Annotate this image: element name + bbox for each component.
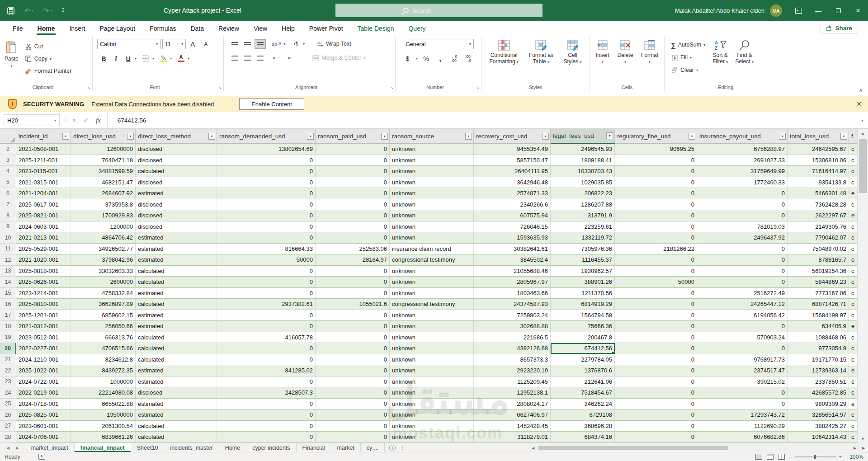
- cell-total_loss_usd-row19[interactable]: 1088468.06: [788, 332, 849, 343]
- comma-style-icon[interactable]: ,: [434, 54, 446, 63]
- cell-insurance_payout_usd-row9[interactable]: 781019.03: [697, 221, 788, 232]
- cell-ransom_paid_usd-row23[interactable]: 0: [316, 376, 390, 387]
- cell-ransom_paid_usd-row25[interactable]: 0: [316, 399, 390, 409]
- cell-insurance_payout_usd-row22[interactable]: 2374517.47: [697, 365, 788, 376]
- sheet-tab-cy[interactable]: cy ...: [361, 443, 385, 452]
- tab-formulas[interactable]: Formulas: [144, 23, 181, 34]
- cell-incident_id-row21[interactable]: 2024-1210-001: [16, 354, 71, 365]
- cell-regulatory_fine_usd-row26[interactable]: 0: [615, 409, 697, 420]
- cell-direct_loss_usd-row16[interactable]: 36626897.89: [71, 299, 136, 310]
- cell-ransom_paid_usd-row10[interactable]: 0: [316, 232, 390, 243]
- number-dialog-launcher[interactable]: ↘: [476, 85, 479, 90]
- filter-button[interactable]: ▾: [840, 133, 847, 140]
- cell-legal_fees_usd-row19[interactable]: 200467.8: [551, 332, 615, 343]
- cell-legal_fees_usd-row9[interactable]: 223259.61: [551, 221, 615, 232]
- cell-direct_loss_method-row22[interactable]: estimated: [136, 365, 217, 376]
- row-header-22[interactable]: 22: [0, 365, 16, 376]
- search-input[interactable]: [412, 7, 521, 14]
- cell-incident_id-row25[interactable]: 2024-0718-001: [16, 399, 71, 409]
- copy-button[interactable]: Copy▾: [25, 54, 72, 64]
- cell-direct_loss_method-row19[interactable]: calculated: [136, 332, 217, 343]
- cell-ransom_paid_usd-row9[interactable]: 0: [316, 221, 390, 232]
- cell-ransom_demanded_usd-row8[interactable]: 0: [217, 210, 316, 221]
- align-center-icon[interactable]: [242, 53, 253, 63]
- italic-button[interactable]: I: [110, 54, 122, 63]
- cell-ransom_source-row13[interactable]: unknown: [390, 266, 474, 277]
- cell-direct_loss_method-row23[interactable]: estimated: [136, 376, 217, 387]
- cell-ransom_paid_usd-row8[interactable]: 0: [316, 210, 390, 221]
- scroll-up-icon[interactable]: ▲: [858, 129, 868, 137]
- cell-direct_loss_usd-row19[interactable]: 666313.76: [71, 332, 136, 343]
- cell-clipped_col-row21[interactable]: c: [849, 354, 857, 365]
- row-header-18[interactable]: 18: [0, 321, 16, 332]
- sheet-tab-home[interactable]: Home: [219, 443, 246, 452]
- cell-direct_loss_usd-row9[interactable]: 1200000: [71, 221, 136, 232]
- cell-total_loss_usd-row6[interactable]: 5466301.48: [788, 188, 849, 199]
- cell-total_loss_usd-row18[interactable]: 634405.9: [788, 321, 849, 332]
- cell-insurance_payout_usd-row3[interactable]: 2691027.33: [697, 155, 788, 166]
- cell-ransom_paid_usd-row11[interactable]: 252583.06: [316, 244, 390, 254]
- underline-button[interactable]: U: [123, 54, 134, 63]
- cell-clipped_col-row24[interactable]: c: [849, 387, 857, 398]
- clear-button[interactable]: Clear▾: [671, 65, 705, 75]
- cell-incident_id-row8[interactable]: 2025-0821-001: [16, 210, 71, 221]
- row-header-24[interactable]: 24: [0, 387, 16, 399]
- cell-clipped_col-row4[interactable]: c: [849, 166, 857, 177]
- row-header-7[interactable]: 7: [0, 199, 16, 211]
- cell-incident_id-row12[interactable]: 2021-1020-001: [16, 254, 71, 265]
- row-header-10[interactable]: 10: [0, 232, 16, 244]
- cell-ransom_paid_usd-row5[interactable]: 0: [316, 177, 390, 188]
- cell-direct_loss_method-row6[interactable]: estimated: [136, 188, 217, 199]
- cell-regulatory_fine_usd-row13[interactable]: 0: [615, 266, 697, 277]
- cell-insurance_payout_usd-row8[interactable]: 0: [697, 210, 788, 221]
- font-color-icon[interactable]: A: [175, 54, 187, 63]
- redo-icon[interactable]: ↷▾: [43, 7, 52, 15]
- cancel-icon[interactable]: ×: [72, 117, 76, 124]
- cell-legal_fees_usd-row12[interactable]: 1116455.37: [551, 254, 615, 265]
- tab-query[interactable]: Query: [403, 23, 431, 34]
- horizontal-scroll-thumb[interactable]: [538, 446, 728, 450]
- cell-direct_loss_method-row7[interactable]: disclosed: [136, 199, 217, 210]
- sheet-nav-right-icon[interactable]: ▶: [16, 446, 19, 450]
- cell-legal_fees_usd-row3[interactable]: 1809188.41: [551, 155, 615, 166]
- cell-ransom_paid_usd-row17[interactable]: 0: [316, 310, 390, 321]
- cell-direct_loss_method-row18[interactable]: estimated: [136, 321, 217, 332]
- fill-button[interactable]: Fill▾: [671, 52, 705, 62]
- insert-cells-button[interactable]: Insert▾: [596, 40, 609, 66]
- cell-ransom_source-row5[interactable]: unknown: [390, 177, 474, 188]
- conditional-formatting-button[interactable]: ConditionalFormatting ▾: [489, 40, 519, 66]
- sheet-tab-financial[interactable]: Financial: [297, 443, 331, 452]
- row-header-28[interactable]: 28: [0, 432, 16, 443]
- tab-home[interactable]: Home: [32, 23, 61, 34]
- cell-ransom_demanded_usd-row6[interactable]: 0: [217, 188, 316, 199]
- cell-ransom_demanded_usd-row10[interactable]: 0: [217, 232, 316, 243]
- row-header-3[interactable]: 3: [0, 155, 16, 166]
- restore-icon[interactable]: [828, 0, 848, 21]
- autosum-button[interactable]: ∑AutoSum▾: [671, 40, 705, 50]
- column-header-clipped_col[interactable]: f: [849, 129, 857, 144]
- cell-legal_fees_usd-row18[interactable]: 75666.36: [551, 321, 615, 332]
- row-header-21[interactable]: 21: [0, 354, 16, 366]
- insert-function-icon[interactable]: fx: [96, 117, 101, 124]
- cell-ransom_paid_usd-row16[interactable]: 1055021.6: [316, 299, 390, 310]
- cell-incident_id-row9[interactable]: 2024-0603-001: [16, 221, 71, 232]
- cell-recovery_cost_usd-row8[interactable]: 607575.94: [474, 210, 551, 221]
- scroll-far-right-icon[interactable]: ▶: [860, 445, 867, 451]
- cell-regulatory_fine_usd-row23[interactable]: 0: [615, 376, 697, 387]
- row-header-4[interactable]: 4: [0, 166, 16, 177]
- fill-color-dropdown[interactable]: ▾: [170, 56, 172, 61]
- row-header-26[interactable]: 26: [0, 409, 16, 421]
- cell-incident_id-row22[interactable]: 2025-1022-001: [16, 365, 71, 376]
- cell-ransom_demanded_usd-row18[interactable]: 0: [217, 321, 316, 332]
- wrap-text-button[interactable]: ab Wrap Text: [316, 39, 351, 49]
- cell-incident_id-row3[interactable]: 2025-1211-001: [16, 155, 71, 166]
- cell-insurance_payout_usd-row12[interactable]: 0: [697, 254, 788, 265]
- row-header-6[interactable]: 6: [0, 188, 16, 199]
- cell-total_loss_usd-row5[interactable]: 9354133.8: [788, 177, 849, 188]
- cell-incident_id-row7[interactable]: 2025-0617-001: [16, 199, 71, 210]
- cell-clipped_col-row9[interactable]: c: [849, 221, 857, 232]
- cell-clipped_col-row5[interactable]: c: [849, 177, 857, 188]
- cell-recovery_cost_usd-row7[interactable]: 2340266.6: [474, 199, 551, 210]
- cell-incident_id-row27[interactable]: 2023-0601-001: [16, 421, 71, 432]
- paste-button[interactable]: Paste▾: [5, 41, 19, 76]
